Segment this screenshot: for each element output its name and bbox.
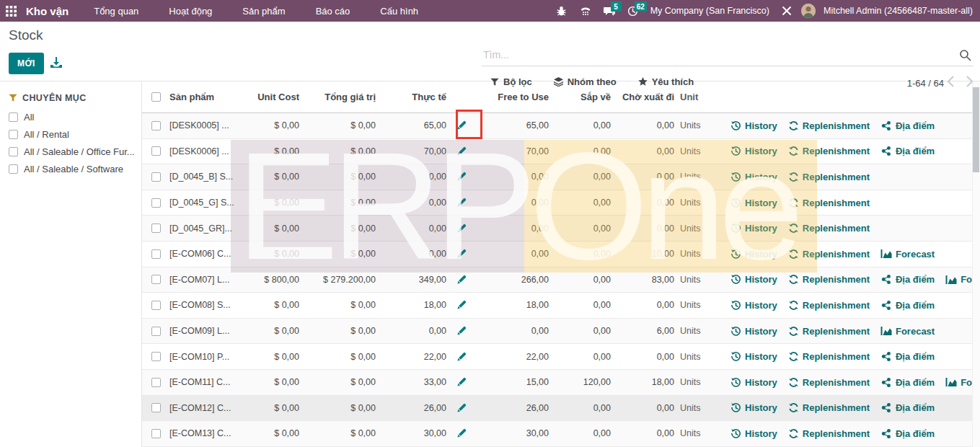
edit-pencil-icon[interactable] [456,120,468,131]
history-button[interactable]: History [730,351,777,362]
table-row[interactable]: [E-COM12] C...$ 0,00$ 0,0026,0026,000,00… [142,396,980,422]
replenishment-button[interactable]: Replenishment [788,326,870,337]
replenishment-button[interactable]: Replenishment [788,249,870,260]
category-item[interactable]: All / Saleable / Office Fur... [9,146,136,157]
edit-pencil-icon[interactable] [456,197,468,208]
product-cell[interactable]: [E-COM10] P... [169,352,252,362]
replenishment-button[interactable]: Replenishment [788,351,870,362]
pager-next-icon[interactable] [966,75,976,89]
category-item[interactable]: All / Saleable / Software [9,164,136,174]
history-button[interactable]: History [730,249,777,260]
replenishment-button[interactable]: Replenishment [788,146,870,156]
nav-item[interactable]: Cấu hình [365,0,433,22]
search-icon[interactable] [959,49,972,62]
location-button[interactable]: Địa điểm [880,402,935,413]
product-cell[interactable]: [D_0045_GR]... [169,224,252,234]
category-item[interactable]: All [9,112,136,123]
company-switcher[interactable]: My Company (San Francisco) [648,6,772,16]
forecast-button[interactable]: Forecast [880,249,935,260]
product-cell[interactable]: [DESK0005] ... [169,120,252,130]
product-cell[interactable]: [D_0045_B] S... [169,172,252,182]
on-hand-cell[interactable]: 70,00 [376,146,446,156]
edit-pencil-icon[interactable] [456,146,468,157]
location-button[interactable]: Địa điểm [880,428,935,439]
history-button[interactable]: History [730,172,777,182]
favorites-button[interactable]: Yêu thích [638,76,694,87]
row-checkbox[interactable] [151,224,161,233]
replenishment-button[interactable]: Replenishment [788,300,870,311]
table-row[interactable]: [E-COM06] C...$ 0,00$ 0,000,000,000,0010… [142,242,980,267]
edit-pencil-icon[interactable] [456,325,468,337]
table-row[interactable]: [D_0045_G] S...$ 0,00$ 0,000,000,000,000… [142,190,980,216]
on-hand-cell[interactable]: 18,00 [376,300,446,310]
row-checkbox[interactable] [151,275,161,284]
vertical-scrollbar[interactable] [972,81,980,447]
table-row[interactable]: [E-COM10] P...$ 0,00$ 0,0022,0022,000,00… [142,344,980,370]
table-row[interactable]: [E-COM13] C...$ 0,00$ 0,0030,0030,000,00… [142,421,980,447]
col-header-unit[interactable]: Unit [674,92,709,102]
category-checkbox[interactable] [9,164,18,174]
row-checkbox[interactable] [151,403,161,412]
nav-item[interactable]: Tổng quan [79,0,154,22]
edit-pencil-icon[interactable] [456,171,468,182]
product-cell[interactable]: [E-COM06] C... [169,249,252,259]
on-hand-cell[interactable]: 22,00 [376,352,446,362]
table-row[interactable]: [DESK0005] ...$ 0,00$ 0,0065,0065,000,00… [142,113,980,139]
col-header-incoming[interactable]: Sắp về [549,92,611,102]
scrollbar-thumb[interactable] [973,87,979,172]
table-row[interactable]: [DESK0006] ...$ 0,00$ 0,0070,0070,000,00… [142,139,980,165]
col-header-outgoing[interactable]: Chờ xuất đi [611,92,674,102]
location-button[interactable]: Địa điểm [880,146,935,156]
col-header-total-value[interactable]: Tổng giá trị [299,92,376,102]
select-all-checkbox[interactable] [151,92,161,102]
edit-pencil-icon[interactable] [456,402,468,414]
on-hand-cell[interactable]: 26,00 [376,403,446,413]
location-button[interactable]: Địa điểm [880,300,935,311]
history-button[interactable]: History [730,274,777,285]
user-menu[interactable]: Mitchell Admin (24566487-master-all) [821,6,976,16]
row-checkbox[interactable] [151,327,161,336]
product-cell[interactable]: [E-COM12] C... [169,403,252,413]
replenishment-button[interactable]: Replenishment [788,428,870,439]
product-cell[interactable]: [E-COM08] S... [169,300,252,310]
replenishment-button[interactable]: Replenishment [788,223,870,234]
apps-grid-icon[interactable] [0,0,22,22]
row-checkbox[interactable] [151,301,161,310]
current-app-name[interactable]: Kho vận [22,5,79,17]
category-checkbox[interactable] [9,130,18,139]
category-checkbox[interactable] [9,147,18,156]
col-header-on-hand[interactable]: Thực tế [376,92,446,102]
edit-pencil-icon[interactable] [456,248,468,260]
edit-pencil-icon[interactable] [456,299,468,311]
row-checkbox[interactable] [151,121,161,130]
row-checkbox[interactable] [151,198,161,208]
product-cell[interactable]: [E-COM13] C... [169,428,252,438]
history-button[interactable]: History [730,402,777,413]
replenishment-button[interactable]: Replenishment [788,377,870,388]
history-button[interactable]: History [730,146,777,156]
on-hand-cell[interactable]: 33,00 [376,377,446,387]
location-button[interactable]: Địa điểm [880,377,935,388]
location-button[interactable]: Địa điểm [880,274,935,285]
user-avatar[interactable] [801,4,816,18]
filters-button[interactable]: Bộ lọc [490,76,532,87]
product-cell[interactable]: [E-COM11] C... [169,377,252,387]
edit-pencil-icon[interactable] [456,274,468,286]
activities-clock-icon[interactable]: 62 [624,0,643,22]
history-button[interactable]: History [730,326,777,337]
debug-bug-icon[interactable] [552,0,571,22]
support-phone-icon[interactable] [576,0,595,22]
col-header-free-to-use[interactable]: Free to Use [478,92,549,102]
pager-prev-icon[interactable] [947,75,957,89]
edit-pencil-icon[interactable] [456,428,468,439]
product-cell[interactable]: [E-COM07] L... [169,275,252,285]
history-button[interactable]: History [730,377,777,388]
export-download-icon[interactable] [49,56,65,71]
forecast-button[interactable]: Forecast [880,326,935,337]
on-hand-cell[interactable]: 30,00 [376,428,446,438]
col-header-unit-cost[interactable]: Unit Cost [252,92,299,102]
edit-pencil-icon[interactable] [456,223,468,234]
tools-wrench-icon[interactable] [777,0,796,22]
history-button[interactable]: History [730,428,777,439]
new-button[interactable]: MỚI [9,53,44,74]
